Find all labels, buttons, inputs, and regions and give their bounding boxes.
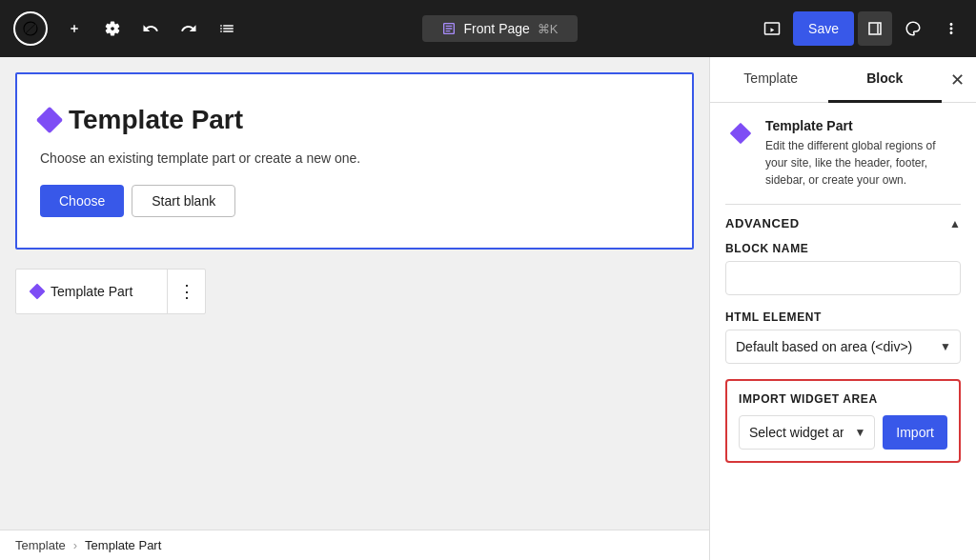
editor-canvas: Template Part Choose an existing templat… bbox=[0, 57, 709, 530]
block-name-input[interactable] bbox=[725, 261, 961, 295]
block-buttons: Choose Start blank bbox=[40, 185, 669, 217]
breadcrumb-bar: Template › Template Part bbox=[0, 530, 709, 560]
block-title: Template Part bbox=[40, 105, 669, 135]
layout-icon bbox=[441, 21, 457, 36]
block-info-icon bbox=[725, 118, 756, 149]
sidebar-tabs: Template Block ✕ bbox=[710, 57, 976, 103]
undo-button[interactable] bbox=[133, 11, 168, 46]
preview-button[interactable] bbox=[755, 11, 789, 46]
list-icon bbox=[218, 20, 235, 37]
keyboard-shortcut: ⌘K bbox=[538, 22, 559, 36]
template-part-block: Template Part Choose an existing templat… bbox=[15, 72, 694, 250]
add-block-button[interactable] bbox=[57, 11, 92, 46]
block-name-group: BLOCK NAME bbox=[725, 242, 961, 295]
advanced-section-title: Advanced bbox=[725, 216, 800, 230]
tab-template[interactable]: Template bbox=[714, 57, 828, 103]
import-widget-label: IMPORT WIDGET AREA bbox=[739, 392, 947, 406]
import-widget-select-wrapper: Select widget area ▼ bbox=[739, 415, 875, 450]
redo-button[interactable] bbox=[172, 11, 206, 46]
sidebar-icon bbox=[866, 20, 884, 37]
right-sidebar: Template Block ✕ Template Part Edit the … bbox=[709, 57, 976, 560]
sidebar-close-button[interactable]: ✕ bbox=[942, 65, 972, 95]
block-description: Choose an existing template part or crea… bbox=[40, 150, 669, 166]
toolbar-center: Front Page ⌘K bbox=[248, 15, 751, 42]
block-info-title: Template Part bbox=[765, 118, 961, 133]
import-widget-select[interactable]: Select widget area bbox=[739, 415, 875, 450]
breadcrumb-separator: › bbox=[73, 538, 77, 552]
diamond-small-icon bbox=[30, 284, 46, 300]
breadcrumb-current: Template Part bbox=[85, 538, 161, 552]
start-blank-button[interactable]: Start blank bbox=[132, 185, 235, 217]
html-element-select[interactable]: Default based on area (<div>) <header> <… bbox=[725, 330, 961, 364]
tools-button[interactable] bbox=[95, 11, 130, 46]
redo-icon bbox=[180, 20, 197, 37]
block-name-label: BLOCK NAME bbox=[725, 242, 961, 255]
page-title: Front Page bbox=[464, 21, 530, 36]
template-part-menu-button[interactable]: ⋮ bbox=[167, 269, 205, 314]
advanced-section: Advanced ▲ BLOCK NAME HTML ELEMENT Defau… bbox=[725, 204, 961, 463]
block-info-text: Template Part Edit the different global … bbox=[765, 118, 961, 189]
main-layout: Template Part Choose an existing templat… bbox=[0, 57, 976, 560]
choose-button[interactable]: Choose bbox=[40, 185, 124, 217]
more-icon bbox=[943, 20, 960, 37]
editor-area: Template Part Choose an existing templat… bbox=[0, 57, 709, 560]
wp-logo-icon bbox=[13, 11, 48, 46]
diamond-icon bbox=[36, 107, 63, 133]
plus-icon bbox=[66, 20, 83, 37]
html-element-group: HTML ELEMENT Default based on area (<div… bbox=[725, 310, 961, 364]
wordpress-icon bbox=[22, 20, 39, 37]
template-part-bar-label: Template Part bbox=[16, 284, 167, 299]
html-element-select-wrapper: Default based on area (<div>) <header> <… bbox=[725, 330, 961, 364]
advanced-section-header[interactable]: Advanced ▲ bbox=[725, 216, 961, 230]
tab-block[interactable]: Block bbox=[828, 57, 943, 103]
contrast-icon bbox=[905, 20, 922, 37]
theme-toggle-button[interactable] bbox=[896, 11, 930, 46]
document-overview-button[interactable] bbox=[210, 11, 244, 46]
monitor-icon bbox=[763, 20, 781, 37]
breadcrumb-parent[interactable]: Template bbox=[15, 538, 66, 552]
tools-icon bbox=[104, 20, 121, 37]
more-options-button[interactable] bbox=[934, 11, 968, 46]
sidebar-content: Template Part Edit the different global … bbox=[710, 103, 976, 560]
save-button[interactable]: Save bbox=[793, 11, 854, 46]
template-part-bar: Template Part ⋮ bbox=[15, 269, 206, 314]
block-diamond-icon bbox=[730, 123, 752, 145]
html-element-label: HTML ELEMENT bbox=[725, 310, 961, 324]
undo-icon bbox=[142, 20, 159, 37]
block-info-desc: Edit the different global regions of you… bbox=[765, 137, 961, 189]
sidebar-toggle-button[interactable] bbox=[858, 11, 892, 46]
import-button[interactable]: Import bbox=[883, 415, 947, 450]
toolbar-right: Save bbox=[755, 11, 968, 46]
import-widget-row: Select widget area ▼ Import bbox=[739, 415, 947, 450]
chevron-up-icon: ▲ bbox=[949, 217, 961, 230]
block-info: Template Part Edit the different global … bbox=[725, 118, 961, 189]
wp-logo bbox=[8, 0, 53, 57]
import-widget-section: IMPORT WIDGET AREA Select widget area ▼ … bbox=[725, 379, 961, 463]
page-title-pill: Front Page ⌘K bbox=[422, 15, 578, 42]
toolbar: Front Page ⌘K Save bbox=[0, 0, 976, 57]
